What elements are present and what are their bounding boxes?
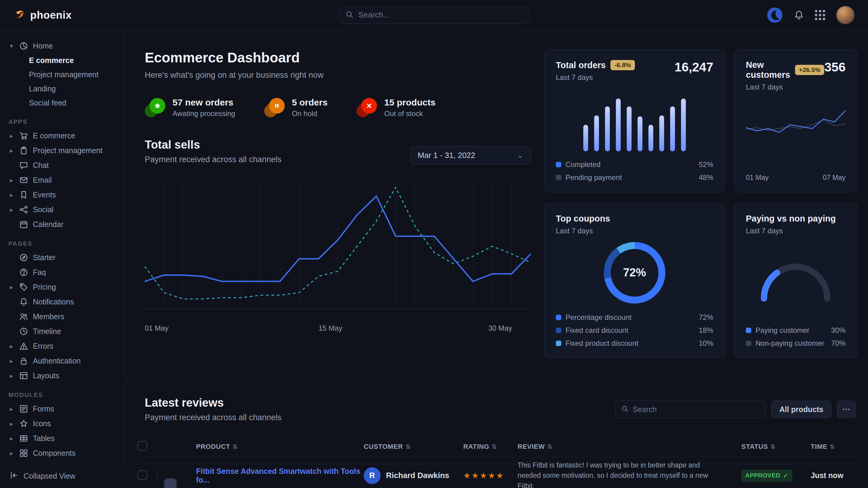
caret-icon: ▸ <box>8 132 14 139</box>
total-orders-bar-chart <box>556 93 713 151</box>
sidebar-item-chat[interactable]: Chat <box>8 158 118 173</box>
more-options-button[interactable]: ··· <box>837 400 856 418</box>
notifications-bell-icon[interactable] <box>794 10 804 20</box>
all-products-button[interactable]: All products <box>771 400 832 418</box>
sidebar-item-starter[interactable]: Starter <box>8 250 118 265</box>
card-period: Last 7 days <box>746 83 824 91</box>
tag-icon <box>19 283 28 291</box>
sidebar-item-timeline[interactable]: Timeline <box>8 324 118 339</box>
caret-icon: ▸ <box>8 405 14 413</box>
sidebar-item-label: E commerce <box>33 131 75 140</box>
new-customers-card: New customers +26.5% Last 7 days 356 01 … <box>734 50 858 192</box>
components-icon <box>19 449 28 458</box>
sidebar-item-social-feed[interactable]: Social feed <box>8 96 118 110</box>
sidebar-item-social[interactable]: ▸ Social <box>8 202 118 217</box>
collapsed-view-label: Collapsed View <box>24 472 75 481</box>
clock-icon <box>19 327 28 336</box>
legend-value: 72% <box>699 313 713 322</box>
sidebar-item-faq[interactable]: Faq <box>8 265 118 280</box>
user-avatar[interactable] <box>836 6 855 24</box>
reviews-table: PRODUCT⇅ CUSTOMER⇅ RATING⇅ REVIEW⇅ STATU… <box>137 436 856 488</box>
table-header-row: PRODUCT⇅ CUSTOMER⇅ RATING⇅ REVIEW⇅ STATU… <box>137 436 856 457</box>
latest-reviews-section: Latest reviews Payment received across a… <box>145 396 856 488</box>
top-coupons-donut-chart: 72% <box>556 241 713 304</box>
date-range-value: Mar 1 - 31, 2022 <box>418 151 475 160</box>
sidebar-item-calendar[interactable]: Calendar <box>8 217 118 232</box>
card-period: Last 7 days <box>556 227 610 235</box>
sidebar-item-label: Landing <box>29 85 56 93</box>
theme-toggle-moon-icon[interactable] <box>767 7 783 23</box>
sidebar-item-members[interactable]: Members <box>8 309 118 324</box>
sort-icon: ⇅ <box>770 444 775 450</box>
sidebar-item-label: Pricing <box>33 283 56 291</box>
apps-grid-icon[interactable] <box>815 10 825 20</box>
sidebar-item-e-commerce[interactable]: ▸ E commerce <box>8 128 118 143</box>
sidebar-item-events[interactable]: ▸ Events <box>8 188 118 202</box>
product-link[interactable]: Fitbit Sense Advanced Smartwatch with To… <box>196 467 361 484</box>
sidebar-item-label: Components <box>33 449 76 458</box>
legend-item: Pending payment 48% <box>556 173 713 182</box>
sidebar-item-landing[interactable]: Landing <box>8 82 118 96</box>
sidebar-item-forms[interactable]: ▸ Forms <box>8 401 118 416</box>
global-search[interactable] <box>338 6 530 24</box>
sidebar-item-label: Members <box>33 312 64 321</box>
caret-icon: ▸ <box>8 357 14 365</box>
sidebar-item-label: Email <box>33 176 52 185</box>
column-header-rating[interactable]: RATING⇅ <box>463 443 518 451</box>
sidebar-section-label: PAGES <box>8 240 118 247</box>
table-row: Fitbit Sense Advanced Smartwatch with To… <box>137 457 856 488</box>
table-icon <box>19 434 28 443</box>
row-checkbox[interactable] <box>137 470 147 480</box>
sidebar-item-label: Tables <box>33 434 55 443</box>
column-header-review[interactable]: REVIEW⇅ <box>518 443 741 451</box>
search-input[interactable] <box>358 10 522 20</box>
alert-icon <box>19 342 28 351</box>
stat-out-of-stock: 15 products Out of stock <box>356 97 435 118</box>
reviews-title: Latest reviews <box>145 396 281 409</box>
sidebar-item-label: Notifications <box>33 297 74 306</box>
sidebar-item-errors[interactable]: ▸ Errors <box>8 339 118 354</box>
legend-label: Non-paying customer <box>755 339 824 348</box>
legend-label: Percentage discount <box>565 313 631 322</box>
sidebar-item-project-management[interactable]: ▸ Project management <box>8 143 118 158</box>
total-sells-x-axis: 01 May 15 May 30 May <box>145 324 531 335</box>
order-bar <box>670 106 675 151</box>
mail-icon <box>19 176 28 185</box>
paying-vs-nonpaying-card: Paying vs non paying Last 7 days Paying … <box>734 203 858 358</box>
card-title: Paying vs non paying <box>746 214 836 224</box>
order-bar <box>605 106 610 151</box>
sidebar-item-authentication[interactable]: ▸ Authentication <box>8 354 118 368</box>
sidebar-item-components[interactable]: ▸ Components <box>8 446 118 461</box>
sidebar-item-project-management[interactable]: Project management <box>8 67 118 82</box>
legend-value: 18% <box>699 326 713 334</box>
order-bar <box>681 99 686 151</box>
date-range-select[interactable]: Mar 1 - 31, 2022 ⌄ <box>410 146 531 164</box>
stat-x-icon <box>356 98 377 117</box>
reviews-search[interactable] <box>615 400 766 418</box>
legend-label: Pending payment <box>565 173 622 182</box>
reviews-search-input[interactable] <box>633 405 760 414</box>
sidebar-item-email[interactable]: ▸ Email <box>8 173 118 188</box>
select-all-checkbox[interactable] <box>137 441 147 451</box>
sidebar-item-icons[interactable]: ▸ Icons <box>8 416 118 431</box>
sidebar-item-home[interactable]: ▾ Home <box>8 39 118 53</box>
legend-item: Non-paying customer 70% <box>746 339 846 348</box>
sidebar-item-e-commerce[interactable]: E commerce <box>8 53 118 67</box>
legend-swatch <box>556 175 561 180</box>
status-badge: APPROVED✓ <box>741 469 792 482</box>
x-tick: 01 May <box>746 174 769 182</box>
x-tick: 15 May <box>318 324 342 332</box>
sort-icon: ⇅ <box>405 444 410 450</box>
legend-label: Completed <box>565 160 600 169</box>
column-header-product[interactable]: PRODUCT⇅ <box>196 443 364 451</box>
sidebar-item-notifications[interactable]: Notifications <box>8 294 118 309</box>
sidebar-item-tables[interactable]: ▸ Tables <box>8 431 118 446</box>
column-header-customer[interactable]: CUSTOMER⇅ <box>364 443 463 451</box>
column-header-status[interactable]: STATUS⇅ <box>741 443 811 451</box>
sidebar-item-pricing[interactable]: ▸ Pricing <box>8 280 118 294</box>
total-sells-chart: 01 May 15 May 30 May <box>145 177 531 335</box>
sidebar-item-label: Home <box>33 42 53 50</box>
sidebar-item-layouts[interactable]: ▸ Layouts <box>8 368 118 383</box>
column-header-time[interactable]: TIME⇅ <box>811 443 856 451</box>
brand[interactable]: phoenix <box>13 8 72 22</box>
